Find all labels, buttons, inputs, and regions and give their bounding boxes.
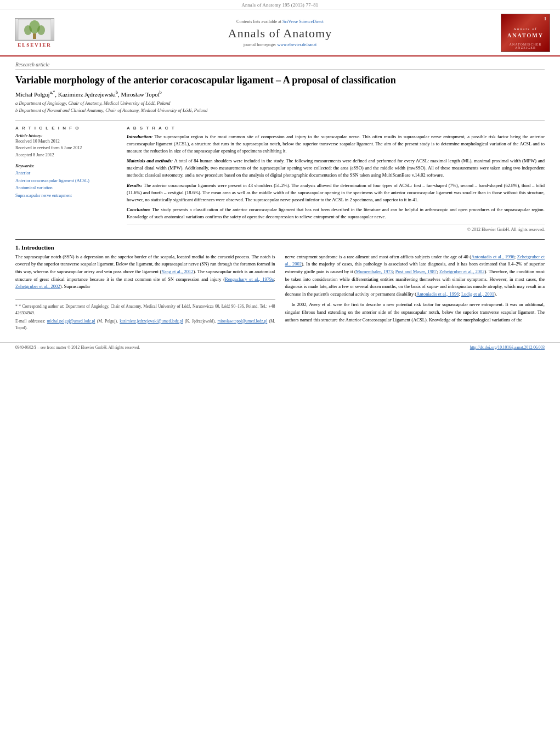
author-polguj: Michał Polguj	[15, 91, 50, 98]
intro-title: Introduction:	[127, 134, 152, 139]
abstract-materials: Materials and methods: A total of 84 hum…	[127, 157, 545, 179]
email-label: E-mail addresses:	[15, 319, 46, 324]
body-left-col: The suprascapular notch (SSN) is a depre…	[15, 253, 275, 331]
ref-post[interactable]: Post and Mayer, 1987	[395, 269, 437, 274]
abstract-introduction: Introduction: The suprascapular region i…	[127, 133, 545, 155]
ref-rengachary[interactable]: Rengachary et al., 1979a	[225, 276, 274, 282]
top-banner: Annals of Anatomy 195 (2013) 77–81	[0, 0, 560, 9]
section1-title: 1. Introduction	[15, 244, 545, 251]
journal-homepage: journal homepage: www.elsevier.de/aanat	[59, 42, 501, 47]
svg-point-4	[37, 25, 45, 35]
journal-title: Annals of Anatomy	[59, 26, 501, 41]
issn-text: 0940-9602/$ – see front matter © 2012 El…	[15, 345, 140, 350]
ref-antoniadis1[interactable]: Antoniadis et al., 1996	[471, 254, 514, 259]
author-topol: Mirosław Topol	[121, 91, 160, 98]
email-link-3[interactable]: miroslaw.topol@umed.lodz.pl	[217, 319, 267, 324]
anatomy-journal-logo: 1 Annals of ANATOMY ANATOMISCHER ANZEIGE…	[501, 14, 550, 52]
keyword-2: Anterior coracoscapular ligament (ACSL)	[15, 177, 117, 185]
body-section: 1. Introduction The suprascapular notch …	[15, 244, 545, 331]
accepted: Accepted 8 June 2012	[15, 152, 117, 159]
abstract-conclusion: Conclusion: The study presents a classif…	[127, 206, 545, 220]
keyword-3: Anatomical variation	[15, 184, 117, 192]
email-link-1[interactable]: michal.polguj@umed.lodz.pl	[47, 319, 95, 324]
email-link-2[interactable]: kazimierz.jedrzejewski@umed.lodz.pl	[120, 319, 183, 324]
sciverse-link[interactable]: SciVerse ScienceDirect	[282, 19, 324, 24]
footnote-text: * Corresponding author at: Department of…	[15, 304, 275, 315]
journal-header: ELSEVIER Contents lists available at Sci…	[0, 9, 560, 56]
homepage-link[interactable]: www.elsevier.de/aanat	[277, 42, 316, 47]
ref-mumenthaler[interactable]: Mumenthaler, 1973	[356, 269, 393, 274]
ref-zehetgruber1[interactable]: Zehetgruber et al., 2002	[15, 284, 60, 289]
authors: Michał Polguja,*, Kazimierz Jędrzejewski…	[15, 90, 545, 98]
footnote-email: E-mail addresses: michal.polguj@umed.lod…	[15, 318, 275, 331]
divider-2	[15, 239, 545, 240]
article-info-column: A R T I C L E I N F O Article history: R…	[15, 126, 117, 234]
article-info-header: A R T I C L E I N F O	[15, 126, 117, 131]
svg-rect-2	[33, 33, 36, 39]
author-jedrzejewski: Kazimierz Jędrzejewski	[58, 91, 116, 98]
article-title: Variable morphology of the anterior cora…	[15, 74, 545, 87]
keywords-label: Keywords:	[15, 163, 117, 168]
affiliation-a: a Department of Angiology, Chair of Anat…	[15, 100, 545, 107]
copyright-line: © 2012 Elsevier GmbH. All rights reserve…	[127, 224, 545, 233]
email-name-1: (M. Polguj),	[97, 319, 118, 324]
keywords-group: Keywords: Anterior Anterior coracoscapul…	[15, 163, 117, 199]
affiliations: a Department of Angiology, Chair of Anat…	[15, 100, 545, 114]
ref-antoniadis2[interactable]: Antoniadis et al., 1996	[416, 291, 459, 297]
page: Annals of Anatomy 195 (2013) 77–81 ELSEV…	[0, 0, 560, 741]
conclusion-title: Conclusion:	[127, 207, 150, 212]
ref-zehetgruber3[interactable]: Zehetgruber et al., 2002	[439, 269, 485, 274]
elsevier-label: ELSEVIER	[18, 42, 52, 48]
abstract-header: A B S T R A C T	[127, 126, 545, 131]
journal-availability: Contents lists available at SciVerse Sci…	[59, 19, 501, 24]
keyword-1: Anterior	[15, 169, 117, 177]
history-label: Article history:	[15, 133, 117, 138]
ref-yang[interactable]: Yang et al., 2012	[161, 269, 193, 274]
article-history: Article history: Received 10 March 2012 …	[15, 133, 117, 159]
divider-1	[15, 121, 545, 121]
journal-center: Contents lists available at SciVerse Sci…	[59, 19, 501, 47]
svg-point-3	[24, 25, 32, 35]
abstract-results: Results: The anterior coracoscapular lig…	[127, 182, 545, 204]
keyword-4: Suprascapular nerve entrapment	[15, 192, 117, 200]
conclusion-text: The study presents a classification of t…	[127, 207, 545, 219]
doi-link[interactable]: http://dx.doi.org/10.1016/j.aanat.2012.0…	[470, 345, 545, 350]
footnotes: * * Corresponding author at: Department …	[15, 299, 275, 331]
abstract-text: Introduction: The suprascapular region i…	[127, 133, 545, 234]
materials-text: A total of 84 human shoulders were inclu…	[127, 158, 545, 178]
body-left-p1: The suprascapular notch (SSN) is a depre…	[15, 253, 275, 291]
ref-ludig[interactable]: Ludig et al., 2001	[461, 291, 494, 297]
footnote-corresponding: * * Corresponding author at: Department …	[15, 303, 275, 316]
received-1: Received 10 March 2012	[15, 138, 117, 145]
body-right-p2: In 2002, Avery et al. were the first to …	[285, 301, 545, 324]
intro-text: The suprascapular region is the most com…	[127, 134, 545, 154]
abstract-column: A B S T R A C T Introduction: The supras…	[127, 126, 545, 234]
main-content: Research article Variable morphology of …	[0, 56, 560, 337]
body-right-col: nerve entrapment syndrome is a rare ailm…	[285, 253, 545, 331]
journal-citation: Annals of Anatomy 195 (2013) 77–81	[242, 2, 319, 8]
results-title: Results:	[127, 183, 142, 188]
received-2: Received in revised form 6 June 2012	[15, 145, 117, 152]
affiliation-b: b Department of Normal and Clinical Anat…	[15, 107, 545, 114]
article-info-abstract: A R T I C L E I N F O Article history: R…	[15, 126, 545, 234]
article-type: Research article	[15, 62, 545, 70]
body-two-col: The suprascapular notch (SSN) is a depre…	[15, 253, 545, 331]
materials-title: Materials and methods:	[127, 158, 173, 163]
elsevier-logo-block: ELSEVIER	[10, 18, 59, 48]
body-right-p1: nerve entrapment syndrome is a rare ailm…	[285, 253, 545, 298]
results-text: The anterior coracoscapular ligaments we…	[127, 183, 545, 202]
email-name-2: (K. Jędrzejewski),	[185, 319, 216, 324]
bottom-bar: 0940-9602/$ – see front matter © 2012 El…	[0, 342, 560, 352]
elsevier-logo-image	[15, 18, 54, 41]
